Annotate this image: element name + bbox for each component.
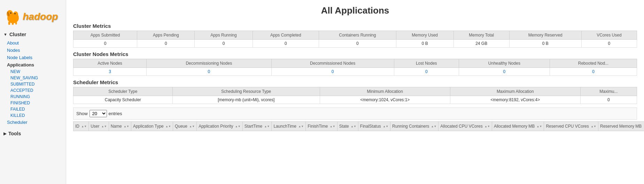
- start-sort-icon: ▲▼: [264, 125, 270, 128]
- col-reserved-memory[interactable]: Reserved Memory MB ▲▼: [598, 122, 644, 131]
- val-vcores-used: 0: [581, 40, 637, 48]
- sidebar-item-submitted[interactable]: SUBMITTED: [10, 81, 66, 87]
- sidebar-item-killed[interactable]: KILLED: [10, 112, 66, 119]
- col-vcores-used: VCores Used: [581, 31, 637, 40]
- cluster-label: Cluster: [9, 32, 26, 37]
- col-finish-time[interactable]: FinishTime ▲▼: [306, 122, 337, 131]
- val-maximum: 0: [580, 96, 637, 104]
- col-lost-nodes: Lost Nodes: [394, 59, 459, 68]
- priority-sort-icon: ▲▼: [235, 125, 241, 128]
- val-containers-running: 0: [319, 40, 396, 48]
- sidebar-item-applications[interactable]: Applications: [0, 61, 66, 69]
- val-memory-reserved: 0 B: [509, 40, 581, 48]
- sidebar-item-nodes[interactable]: Nodes: [0, 47, 66, 54]
- show-entries-control: Show 10 20 50 100 entries: [73, 107, 637, 120]
- val-decommissioning-nodes: 0: [147, 68, 272, 76]
- sidebar-item-new-saving[interactable]: NEW_SAVING: [10, 75, 66, 81]
- logo-text: hadoop: [23, 11, 58, 22]
- val-lost-nodes: 0: [394, 68, 459, 76]
- sidebar-item-finished[interactable]: FINISHED: [10, 100, 66, 106]
- svg-rect-5: [15, 22, 17, 24]
- col-maximum: Maximu...: [580, 87, 637, 96]
- res-cpu-sort-icon: ▲▼: [591, 125, 596, 128]
- col-launch-time[interactable]: LaunchTime ▲▼: [272, 122, 306, 131]
- scheduler-metrics-title: Scheduler Metrics: [73, 79, 637, 85]
- col-allocated-cpu[interactable]: Allocated CPU VCores ▲▼: [439, 122, 492, 131]
- col-apps-pending: Apps Pending: [137, 31, 195, 40]
- sidebar-item-new[interactable]: NEW: [10, 69, 66, 75]
- tools-arrow-icon: ▶: [3, 131, 6, 136]
- val-apps-running: 0: [195, 40, 253, 48]
- val-min-allocation: <memory:1024, vCores:1>: [320, 96, 450, 104]
- sidebar-item-about[interactable]: About: [0, 39, 66, 47]
- finish-sort-icon: ▲▼: [330, 125, 335, 128]
- sidebar-tools-header[interactable]: ▶ Tools: [0, 129, 66, 138]
- cluster-arrow-icon: ▼: [3, 32, 7, 37]
- entries-select[interactable]: 10 20 50 100: [90, 110, 107, 117]
- final-sort-icon: ▲▼: [383, 125, 388, 128]
- sidebar-item-node-labels[interactable]: Node Labels: [0, 54, 66, 61]
- col-decommissioned-nodes: Decommissioned Nodes: [271, 59, 394, 68]
- page-title: All Applications: [73, 0, 637, 19]
- name-sort-icon: ▲▼: [124, 125, 129, 128]
- col-max-allocation: Maximum Allocation: [450, 87, 580, 96]
- val-rebooted-nodes: 0: [550, 68, 637, 76]
- scheduler-metrics-row: Capacity Scheduler [memory-mb (unit=Mi),…: [73, 96, 637, 104]
- col-id[interactable]: ID ▲▼: [73, 122, 89, 131]
- sidebar: hadoop ▼ Cluster About Nodes Node Labels…: [0, 0, 66, 184]
- val-memory-total: 24 GB: [453, 40, 509, 48]
- col-rebooted-nodes: Rebooted Nod...: [550, 59, 637, 68]
- val-max-allocation: <memory:8192, vCores:4>: [450, 96, 580, 104]
- apps-table-header-row: ID ▲▼ User ▲▼ Name ▲▼ Application Type ▲…: [73, 122, 644, 131]
- col-application-priority[interactable]: Application Priority ▲▼: [197, 122, 243, 131]
- col-reserved-cpu[interactable]: Reserved CPU VCores ▲▼: [544, 122, 598, 131]
- cluster-metrics-table: Apps Submitted Apps Pending Apps Running…: [73, 31, 637, 48]
- sidebar-item-accepted[interactable]: ACCEPTED: [10, 87, 66, 94]
- col-decommissioning-nodes: Decommissioning Nodes: [147, 59, 272, 68]
- col-final-status[interactable]: FinalStatus ▲▼: [358, 122, 390, 131]
- svg-point-8: [10, 13, 11, 14]
- hadoop-logo: hadoop: [3, 7, 58, 26]
- col-active-nodes: Active Nodes: [73, 59, 147, 68]
- sidebar-item-failed[interactable]: FAILED: [10, 106, 66, 112]
- col-containers-running: Containers Running: [319, 31, 396, 40]
- col-scheduler-type: Scheduler Type: [73, 87, 173, 96]
- val-scheduling-resource-type: [memory-mb (unit=Mi), vcores]: [172, 96, 320, 104]
- sidebar-cluster-section: ▼ Cluster About Nodes Node Labels Applic…: [0, 30, 66, 126]
- cluster-nodes-row: 3 0 0 0 0 0: [73, 68, 637, 76]
- logo-area: hadoop: [0, 3, 66, 30]
- applications-table: ID ▲▼ User ▲▼ Name ▲▼ Application Type ▲…: [73, 121, 644, 131]
- col-memory-reserved: Memory Reserved: [509, 31, 581, 40]
- sidebar-item-running[interactable]: RUNNING: [10, 94, 66, 100]
- col-state[interactable]: State ▲▼: [337, 122, 358, 131]
- tools-label: Tools: [8, 131, 21, 136]
- alloc-mem-sort-icon: ▲▼: [537, 125, 542, 128]
- svg-rect-4: [12, 22, 14, 25]
- alloc-cpu-sort-icon: ▲▼: [484, 125, 490, 128]
- val-active-nodes: 3: [73, 68, 147, 76]
- queue-sort-icon: ▲▼: [189, 125, 195, 128]
- val-unhealthy-nodes: 0: [459, 68, 550, 76]
- col-running-containers[interactable]: Running Containers ▲▼: [390, 122, 439, 131]
- val-apps-submitted: 0: [73, 40, 137, 48]
- col-apps-submitted: Apps Submitted: [73, 31, 137, 40]
- col-user[interactable]: User ▲▼: [89, 122, 109, 131]
- val-scheduler-type: Capacity Scheduler: [73, 96, 173, 104]
- svg-rect-3: [8, 22, 10, 25]
- col-allocated-memory[interactable]: Allocated Memory MB ▲▼: [492, 122, 544, 131]
- col-start-time[interactable]: StartTime ▲▼: [242, 122, 272, 131]
- col-memory-used: Memory Used: [396, 31, 453, 40]
- col-queue[interactable]: Queue ▲▼: [173, 122, 196, 131]
- sidebar-cluster-header[interactable]: ▼ Cluster: [0, 30, 66, 39]
- user-sort-icon: ▲▼: [101, 125, 107, 128]
- sidebar-item-scheduler[interactable]: Scheduler: [0, 119, 66, 126]
- hadoop-elephant-icon: [3, 7, 23, 26]
- cluster-nodes-title: Cluster Nodes Metrics: [73, 51, 637, 57]
- cluster-metrics-row: 0 0 0 0 0 0 B 24 GB 0 B 0: [73, 40, 637, 48]
- sidebar-app-sublinks: NEW NEW_SAVING SUBMITTED ACCEPTED RUNNIN…: [0, 69, 66, 119]
- col-application-type[interactable]: Application Type ▲▼: [131, 122, 173, 131]
- launch-sort-icon: ▲▼: [298, 125, 304, 128]
- col-name[interactable]: Name ▲▼: [109, 122, 131, 131]
- svg-point-9: [14, 13, 16, 14]
- val-apps-pending: 0: [137, 40, 195, 48]
